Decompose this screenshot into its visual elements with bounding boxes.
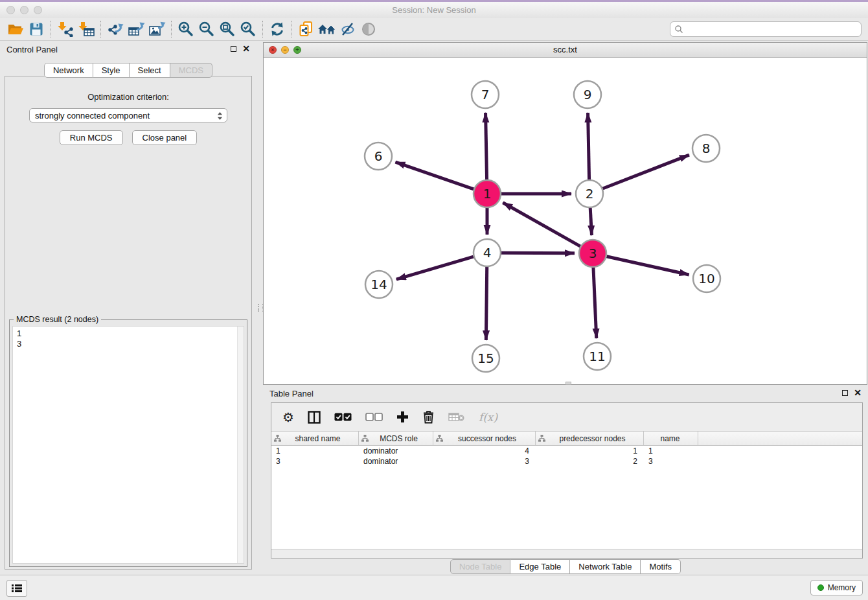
column-header-shared-name[interactable]: shared name bbox=[271, 432, 359, 445]
main-toolbar bbox=[0, 18, 868, 41]
table-cell: 1 bbox=[644, 446, 698, 456]
table-row[interactable]: 3dominator323 bbox=[271, 456, 862, 467]
graph-node-11[interactable]: 11 bbox=[584, 343, 611, 370]
zoom-out-button[interactable] bbox=[196, 19, 217, 40]
svg-text:15: 15 bbox=[477, 351, 494, 366]
graph-edge-3-1[interactable] bbox=[503, 203, 580, 246]
criterion-value: strongly connected component bbox=[35, 111, 150, 121]
graph-node-1[interactable]: 1 bbox=[474, 180, 501, 207]
tab-network[interactable]: Network bbox=[44, 63, 93, 78]
graph-node-4[interactable]: 4 bbox=[474, 239, 501, 266]
select-all-button[interactable] bbox=[334, 413, 352, 421]
tab-network-table[interactable]: Network Table bbox=[570, 559, 641, 574]
tab-edge-table[interactable]: Edge Table bbox=[510, 559, 570, 574]
close-panel-icon[interactable]: ✕ bbox=[854, 389, 862, 397]
graph-edge-2-3[interactable] bbox=[590, 208, 591, 235]
toolbar-separator bbox=[51, 21, 51, 38]
mcds-result-lines: 13 bbox=[13, 327, 244, 351]
tab-style[interactable]: Style bbox=[93, 63, 130, 78]
tab-select[interactable]: Select bbox=[130, 63, 170, 78]
svg-text:8: 8 bbox=[702, 141, 711, 156]
import-network-button[interactable] bbox=[55, 19, 76, 40]
graph-node-15[interactable]: 15 bbox=[472, 345, 499, 372]
export-image-button[interactable] bbox=[146, 19, 167, 40]
graph-node-10[interactable]: 10 bbox=[693, 265, 720, 292]
table-row[interactable]: 1dominator411 bbox=[271, 446, 862, 456]
select-stepper-icon bbox=[217, 111, 223, 122]
column-header-icon bbox=[538, 435, 545, 442]
deselect-all-button[interactable] bbox=[365, 413, 383, 421]
node-table-container: ⚙ bbox=[271, 402, 863, 559]
control-panel: Control Panel ✕ NetworkStyleSelectMCDS O… bbox=[0, 42, 257, 572]
add-column-button[interactable] bbox=[396, 411, 409, 423]
column-header-MCDS-role[interactable]: MCDS role bbox=[359, 432, 433, 445]
task-history-button[interactable] bbox=[6, 580, 27, 597]
import-table-button[interactable] bbox=[76, 19, 97, 40]
column-header-predecessor-nodes[interactable]: predecessor nodes bbox=[536, 432, 644, 445]
graph-edge-3-11[interactable] bbox=[593, 268, 597, 338]
tab-mcds[interactable]: MCDS bbox=[170, 63, 212, 78]
hide-graphics-details-button[interactable] bbox=[337, 19, 358, 40]
zoom-in-button[interactable] bbox=[176, 19, 196, 40]
graph-node-2[interactable]: 2 bbox=[576, 180, 603, 207]
criterion-select[interactable]: strongly connected component bbox=[29, 108, 227, 122]
graph-node-7[interactable]: 7 bbox=[472, 81, 499, 108]
open-session-button[interactable] bbox=[5, 19, 26, 40]
delete-column-button[interactable] bbox=[422, 410, 435, 424]
column-header-successor-nodes[interactable]: successor nodes bbox=[433, 432, 536, 445]
graph-edge-1-7[interactable] bbox=[486, 113, 487, 179]
column-header-icon bbox=[274, 435, 281, 442]
zoom-fit-button[interactable] bbox=[217, 19, 238, 40]
birdseye-view-button[interactable] bbox=[358, 19, 379, 40]
mcds-result-textarea[interactable]: 13 bbox=[12, 326, 244, 564]
save-session-button[interactable] bbox=[26, 19, 47, 40]
table-settings-button[interactable]: ⚙ bbox=[282, 411, 294, 424]
graph-node-9[interactable]: 9 bbox=[574, 81, 601, 108]
duplicate-network-button[interactable] bbox=[296, 19, 317, 40]
graph-edge-4-15[interactable] bbox=[486, 267, 486, 340]
graph-node-6[interactable]: 6 bbox=[365, 143, 392, 170]
function-builder-button[interactable]: f(x) bbox=[479, 411, 497, 424]
tab-motifs[interactable]: Motifs bbox=[641, 559, 681, 574]
run-mcds-button[interactable]: Run MCDS bbox=[60, 130, 123, 145]
close-panel-icon[interactable]: ✕ bbox=[242, 45, 250, 52]
graph-edge-3-10[interactable] bbox=[606, 257, 689, 275]
close-panel-button[interactable]: Close panel bbox=[132, 130, 198, 145]
splitter-handle[interactable] bbox=[565, 382, 571, 385]
svg-text:1: 1 bbox=[483, 186, 492, 202]
float-panel-icon[interactable] bbox=[842, 390, 848, 396]
search-input[interactable] bbox=[683, 24, 861, 34]
svg-text:9: 9 bbox=[584, 87, 592, 102]
refresh-icon bbox=[269, 21, 285, 37]
search-icon bbox=[674, 25, 683, 34]
home-neighbors-button[interactable] bbox=[317, 19, 337, 40]
memory-button[interactable]: Memory bbox=[810, 580, 863, 595]
float-panel-icon[interactable] bbox=[231, 46, 236, 52]
graph-edge-2-9[interactable] bbox=[588, 113, 589, 179]
result-scrollbar[interactable] bbox=[237, 327, 244, 563]
graph-node-14[interactable]: 14 bbox=[365, 271, 393, 298]
graph-edge-2-8[interactable] bbox=[603, 155, 689, 189]
graph-node-8[interactable]: 8 bbox=[692, 135, 720, 162]
column-header-name[interactable]: name bbox=[644, 432, 698, 445]
window-titlebar: Session: New Session bbox=[0, 2, 868, 19]
network-frame-titlebar[interactable]: × − + scc.txt bbox=[264, 43, 867, 58]
graph-edge-1-6[interactable] bbox=[395, 162, 474, 189]
table-hscrollbar[interactable] bbox=[271, 549, 862, 558]
network-view-frame: × − + scc.txt 1234678910111415 bbox=[263, 42, 867, 385]
export-network-button[interactable] bbox=[105, 19, 126, 40]
tab-node-table[interactable]: Node Table bbox=[450, 559, 511, 574]
graph-node-3[interactable]: 3 bbox=[579, 240, 606, 267]
mcds-result-group: MCDS result (2 nodes) 13 bbox=[9, 319, 247, 567]
splitter-handle[interactable] bbox=[258, 304, 263, 312]
graph-edge-4-14[interactable] bbox=[396, 257, 474, 279]
zoom-selected-button[interactable] bbox=[238, 19, 258, 40]
table-cell: 3 bbox=[433, 456, 536, 467]
delete-table-button[interactable] bbox=[448, 412, 465, 422]
graph-edge-4-3[interactable] bbox=[501, 253, 575, 253]
column-selector-button[interactable] bbox=[308, 411, 321, 424]
network-canvas[interactable]: 1234678910111415 bbox=[264, 58, 867, 384]
export-image-icon bbox=[148, 21, 166, 37]
refresh-layout-button[interactable] bbox=[267, 19, 288, 40]
export-table-button[interactable] bbox=[126, 19, 146, 40]
